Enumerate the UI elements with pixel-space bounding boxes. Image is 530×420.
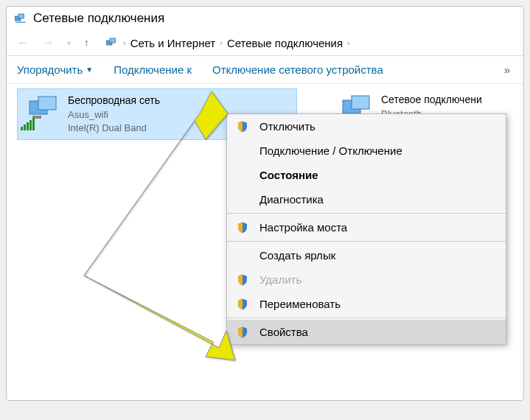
network-folder-icon	[105, 36, 119, 49]
breadcrumb[interactable]: › Сеть и Интернет › Сетевые подключения …	[100, 33, 516, 52]
menu-separator	[227, 213, 506, 214]
menu-item-connect-disconnect[interactable]: Подключение / Отключение	[227, 139, 506, 163]
chevron-down-icon: ▼	[86, 66, 93, 74]
svg-rect-2	[15, 22, 26, 24]
shield-icon	[236, 221, 249, 234]
breadcrumb-item[interactable]: Сеть и Интернет	[130, 37, 216, 49]
command-bar: Упорядочить ▼ Подключение к Отключение с…	[7, 56, 523, 84]
shield-icon	[236, 326, 249, 339]
disable-device-button[interactable]: Отключение сетевого устройства	[212, 63, 383, 76]
back-button[interactable]: ←	[14, 33, 32, 52]
chevron-right-icon: ›	[347, 38, 350, 47]
navigation-bar: ← → ▾ ↑ › Сеть и Интернет › Сетевые подк…	[7, 30, 523, 56]
adapter-list: Беспроводная сеть Asus_wifi Intel(R) Dua…	[7, 84, 523, 371]
network-folder-icon	[14, 12, 27, 25]
svg-rect-9	[352, 96, 369, 109]
up-button[interactable]: ↑	[81, 34, 92, 52]
overflow-button[interactable]: »	[504, 63, 510, 76]
chevron-right-icon: ›	[123, 38, 126, 47]
menu-item-bridge[interactable]: Настройка моста	[227, 215, 506, 239]
adapter-status: Asus_wifi	[68, 108, 160, 122]
connect-to-button[interactable]: Подключение к	[114, 63, 192, 76]
menu-item-rename[interactable]: Переименовать	[227, 292, 506, 316]
adapter-name: Беспроводная сеть	[68, 94, 160, 108]
menu-item-delete: Удалить	[227, 267, 506, 292]
menu-item-status[interactable]: Состояние	[227, 163, 506, 187]
shield-icon	[236, 120, 249, 133]
menu-item-disconnect[interactable]: Отключить	[227, 114, 506, 139]
menu-item-create-shortcut[interactable]: Создать ярлык	[227, 243, 506, 267]
svg-rect-1	[18, 14, 24, 18]
svg-rect-4	[110, 38, 116, 43]
menu-item-diagnose[interactable]: Диагностика	[227, 187, 506, 211]
menu-separator	[227, 241, 506, 242]
history-dropdown[interactable]: ▾	[64, 36, 74, 50]
forward-button[interactable]: →	[39, 33, 57, 52]
adapter-device: Intel(R) Dual Band	[68, 122, 160, 135]
adapter-name: Сетевое подключени	[381, 93, 482, 108]
shield-icon	[236, 273, 249, 287]
organize-menu[interactable]: Упорядочить ▼	[17, 63, 93, 76]
menu-item-properties[interactable]: Свойства	[227, 320, 506, 344]
window-title: Сетевые подключения	[33, 11, 164, 26]
chevron-right-icon: ›	[220, 38, 223, 47]
network-connections-window: Сетевые подключения ← → ▾ ↑ › Сеть и Инт…	[6, 6, 524, 401]
svg-rect-6	[38, 97, 56, 110]
breadcrumb-item[interactable]: Сетевые подключения	[227, 37, 343, 49]
signal-strength-icon	[21, 118, 35, 130]
context-menu: Отключить Подключение / Отключение Состо…	[226, 113, 506, 345]
shield-icon	[236, 298, 249, 311]
wifi-adapter-icon	[25, 94, 60, 129]
menu-separator	[227, 318, 506, 318]
titlebar: Сетевые подключения	[7, 7, 523, 30]
